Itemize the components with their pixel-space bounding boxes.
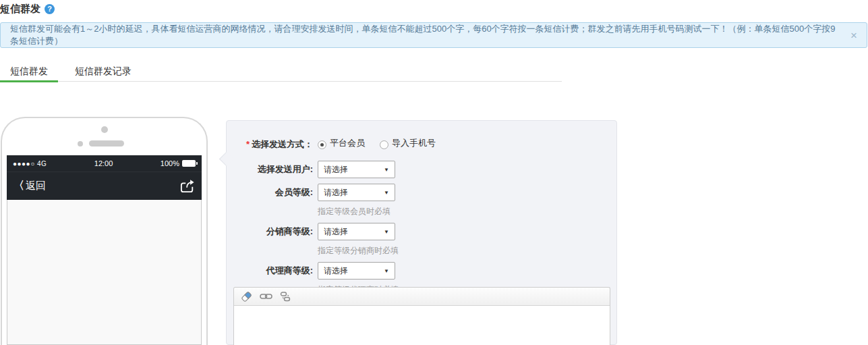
- signal-carrier-label: ●●●●○ 4G: [13, 160, 47, 167]
- agent-level-label: 代理商等级:: [227, 265, 313, 277]
- radio-icon[interactable]: [318, 140, 326, 149]
- phone-status-bar: ●●●●○ 4G 12:00 100%: [7, 155, 202, 171]
- close-icon[interactable]: ×: [850, 30, 857, 41]
- select-value: 请选择: [324, 226, 348, 238]
- page-header: 短信群发 ?: [0, 3, 55, 16]
- battery-icon: [182, 160, 196, 167]
- tab-sms-bulk-send-history[interactable]: 短信群发记录: [67, 61, 139, 81]
- radio-platform-member-label[interactable]: 平台会员: [330, 137, 365, 149]
- battery-percent: 100%: [161, 159, 179, 167]
- distributor-level-label: 分销商等级:: [227, 225, 313, 238]
- agent-level-row: 代理商等级: 请选择 ▼: [227, 262, 616, 280]
- member-level-select[interactable]: 请选择 ▼: [318, 184, 395, 201]
- phone-speaker: [2, 140, 200, 147]
- alert-banner: 短信群发可能会有1～2小时的延迟，具体看短信运营商的网络情况，请合理安排发送时间…: [0, 22, 867, 48]
- select-value: 请选择: [324, 187, 348, 198]
- member-level-label: 会员等级:: [227, 186, 313, 198]
- dropdown-arrow-icon: ▼: [384, 268, 389, 274]
- distributor-level-row: 分销商等级: 请选择 ▼: [227, 223, 616, 240]
- phone-preview: ●●●●○ 4G 12:00 100% 〈 返回: [1, 117, 208, 345]
- send-method-label: *选择发送方式：: [227, 138, 313, 151]
- status-time: 12:00: [47, 159, 161, 167]
- dropdown-arrow-icon: ▼: [384, 167, 389, 173]
- tab-bar: 短信群发 短信群发记录: [0, 61, 562, 82]
- editor-toolbar: [234, 288, 610, 306]
- member-level-row: 会员等级: 请选择 ▼: [227, 184, 616, 201]
- back-button: 〈 返回: [13, 179, 46, 193]
- radio-import-phone-number-label[interactable]: 导入手机号: [392, 137, 436, 149]
- back-chevron-icon: 〈: [13, 179, 24, 193]
- phone-nav-bar: 〈 返回: [7, 171, 202, 200]
- radio-icon[interactable]: [380, 140, 388, 149]
- message-editor: [233, 287, 610, 345]
- alert-text: 短信群发可能会有1～2小时的延迟，具体看短信运营商的网络情况，请合理安排发送时间…: [10, 23, 842, 47]
- phone-message-preview-area: [7, 200, 202, 345]
- sms-send-form-panel: *选择发送方式： 平台会员 导入手机号 选择发送用户: 请选择 ▼ 会员等: [226, 120, 617, 345]
- phone-speaker-pill: [89, 140, 124, 147]
- page-title: 短信群发: [0, 3, 40, 16]
- agent-level-select[interactable]: 请选择 ▼: [318, 262, 395, 280]
- battery-indicator: 100%: [161, 159, 196, 167]
- phone-sensor-dot: [78, 141, 83, 147]
- radio-platform-member[interactable]: 平台会员: [318, 138, 365, 151]
- back-label: 返回: [26, 180, 46, 192]
- send-user-select[interactable]: 请选择 ▼: [318, 161, 395, 178]
- tab-sms-bulk-send[interactable]: 短信群发: [0, 61, 58, 81]
- send-method-row: *选择发送方式： 平台会员 导入手机号: [227, 138, 616, 151]
- dropdown-arrow-icon: ▼: [384, 190, 389, 196]
- help-icon[interactable]: ?: [45, 4, 55, 14]
- select-value: 请选择: [324, 265, 348, 277]
- editor-text-area[interactable]: [234, 306, 610, 345]
- send-method-radio-group: 平台会员 导入手机号: [318, 138, 436, 151]
- link-icon[interactable]: [260, 292, 272, 300]
- distributor-level-select[interactable]: 请选择 ▼: [318, 223, 395, 240]
- select-value: 请选择: [324, 164, 348, 176]
- unlink-icon[interactable]: [280, 292, 291, 302]
- member-level-helper: 指定等级会员时必填: [318, 206, 616, 217]
- required-asterisk: *: [246, 139, 250, 149]
- phone-screen: ●●●●○ 4G 12:00 100% 〈 返回: [7, 155, 202, 345]
- dropdown-arrow-icon: ▼: [384, 229, 389, 235]
- radio-import-phone-number[interactable]: 导入手机号: [380, 138, 436, 151]
- distributor-level-helper: 指定等级分销商时必填: [318, 245, 616, 257]
- eraser-icon[interactable]: [241, 291, 252, 302]
- share-icon: [180, 179, 195, 193]
- send-user-row: 选择发送用户: 请选择 ▼: [227, 161, 616, 178]
- send-user-label: 选择发送用户:: [227, 163, 313, 176]
- phone-camera-dot: [101, 126, 108, 133]
